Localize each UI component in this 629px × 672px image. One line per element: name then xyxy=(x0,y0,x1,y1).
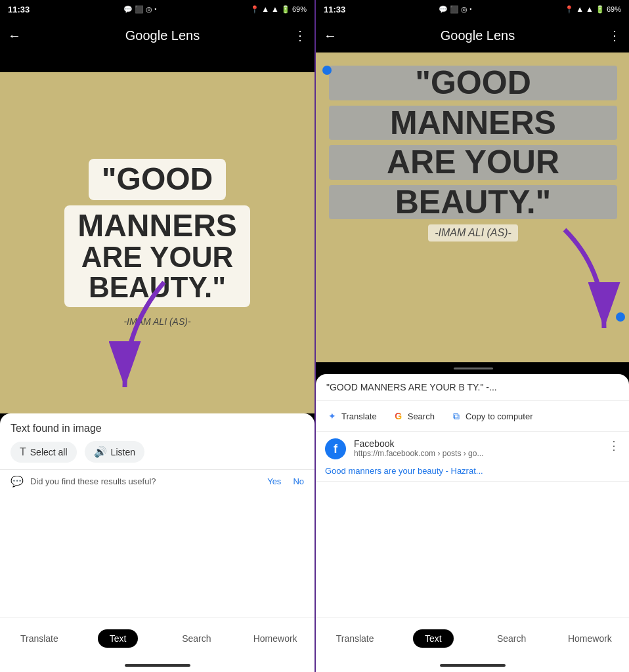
right-bottom-nav: Translate Text Search Homework xyxy=(316,617,629,659)
feedback-icon: 💬 xyxy=(11,475,24,488)
left-top-spacer xyxy=(0,52,314,72)
right-right-status: 📍 ▲ ▲ 🔋 69% xyxy=(565,5,621,14)
translate-button[interactable]: ✦ Translate xyxy=(320,406,383,426)
right-panel: 11:33 💬 ⬛ ◎ • 📍 ▲ ▲ 🔋 69% ← Google Lens … xyxy=(314,0,629,672)
right-actions-row: ✦ Translate G Search ⧉ Copy to computer xyxy=(316,401,629,432)
right-nav-search[interactable]: Search xyxy=(473,618,551,659)
facebook-url: https://m.facebook.com › posts › go... xyxy=(354,449,600,458)
left-quote-lines234: MANNERS ARE YOUR BEAUTY." xyxy=(64,205,250,307)
left-status-time: 11:33 xyxy=(8,5,30,14)
translate-icon: ✦ xyxy=(326,410,338,422)
search-button[interactable]: G Search xyxy=(386,406,441,426)
facebook-info: Facebook https://m.facebook.com › posts … xyxy=(354,438,600,458)
signal-icon: ▲ xyxy=(271,5,279,14)
result-preview[interactable]: Good manners are your beauty - Hazrat... xyxy=(316,466,629,482)
battery-icon: 🔋 xyxy=(281,5,290,14)
select-all-button[interactable]: T Select all xyxy=(11,442,77,463)
dot-icon: • xyxy=(154,6,156,12)
copy-icon: ⧉ xyxy=(450,410,462,422)
translate-label: Translate xyxy=(341,411,377,421)
left-nav-text[interactable]: Text xyxy=(79,618,158,659)
left-right-status: 📍 ▲ ▲ 🔋 69% xyxy=(250,5,307,14)
right-nav-translate-label: Translate xyxy=(336,633,374,644)
left-nav-translate[interactable]: Translate xyxy=(0,618,79,659)
left-nav-homework-label: Homework xyxy=(253,633,297,644)
right-line-block3: ARE YOUR xyxy=(329,145,617,180)
battery-pct: 69% xyxy=(292,5,307,13)
facebook-more-button[interactable]: ⋮ xyxy=(608,438,620,453)
select-all-label: Select all xyxy=(30,447,68,457)
location-icon: 📍 xyxy=(250,5,259,14)
right-bottom-panel: "GOOD MANNERS ARE YOUR B TY." -... ✦ Tra… xyxy=(316,374,629,617)
right-home-bar xyxy=(440,664,506,667)
facebook-result: f Facebook https://m.facebook.com › post… xyxy=(316,432,629,466)
selection-handle-end[interactable] xyxy=(616,312,625,322)
lens-text: Lens xyxy=(167,28,200,43)
right-screenshot-icon: ⬛ xyxy=(450,5,459,14)
left-status-bar: 11:33 💬 ⬛ ◎ • 📍 ▲ ▲ 🔋 69% xyxy=(0,0,314,18)
right-signal-icon: ▲ xyxy=(586,5,594,14)
listen-icon: 🔊 xyxy=(94,446,107,458)
listen-label: Listen xyxy=(111,447,135,457)
right-status-bar: 11:33 💬 ⬛ ◎ • 📍 ▲ ▲ 🔋 69% xyxy=(316,0,629,18)
listen-button[interactable]: 🔊 Listen xyxy=(85,441,144,463)
copy-label: Copy to computer xyxy=(466,411,533,421)
right-wifi-icon: ▲ xyxy=(576,5,584,14)
right-dot-icon: • xyxy=(469,6,471,12)
left-nav-text-label: Text xyxy=(98,629,139,648)
left-app-title: Google Lens xyxy=(32,28,293,43)
left-home-bar xyxy=(125,664,190,667)
left-bottom-nav: Translate Text Search Homework xyxy=(0,617,314,659)
right-nav-homework[interactable]: Homework xyxy=(551,618,629,659)
google-g-icon: G xyxy=(393,410,404,422)
text-icon: T xyxy=(20,446,26,458)
feedback-yes-button[interactable]: Yes xyxy=(267,476,281,486)
right-nav-translate[interactable]: Translate xyxy=(316,618,394,659)
selection-handle-start[interactable] xyxy=(322,66,332,75)
feedback-no-button[interactable]: No xyxy=(293,476,304,486)
right-message-icon: 💬 xyxy=(439,5,448,14)
left-status-icons: 💬 ⬛ ◎ • xyxy=(123,5,156,14)
left-bottom-panel: Text found in image T Select all 🔊 Liste… xyxy=(0,413,314,617)
extracted-text: "GOOD MANNERS ARE YOUR B TY." -... xyxy=(316,374,629,401)
left-nav-homework[interactable]: Homework xyxy=(236,618,314,659)
left-quote-line1: "GOOD xyxy=(89,159,226,200)
right-quote-content: "GOOD MANNERS ARE YOUR BEAUTY." -IMAM AL… xyxy=(316,59,629,248)
right-status-time: 11:33 xyxy=(324,5,345,14)
feedback-question: Did you find these results useful? xyxy=(30,476,255,486)
vpn-icon: ◎ xyxy=(146,5,152,14)
right-home-indicator xyxy=(316,659,629,672)
left-nav-search[interactable]: Search xyxy=(158,618,236,659)
right-battery-icon: 🔋 xyxy=(596,5,605,14)
google-text: Google xyxy=(125,28,168,43)
right-nav-text[interactable]: Text xyxy=(394,618,472,659)
copy-to-computer-button[interactable]: ⧉ Copy to computer xyxy=(444,406,540,426)
search-label: Search xyxy=(408,411,435,421)
right-nav-search-label: Search xyxy=(497,633,526,644)
right-nav-indicator xyxy=(454,368,493,369)
left-attribution: -IMAM ALI (AS)- xyxy=(123,316,190,327)
right-nav-homework-label: Homework xyxy=(568,633,612,644)
facebook-icon: f xyxy=(325,438,346,459)
right-back-button[interactable]: ← xyxy=(324,28,337,43)
right-vpn-icon: ◎ xyxy=(461,5,467,14)
message-icon: 💬 xyxy=(123,5,133,14)
right-more-button[interactable]: ⋮ xyxy=(608,28,621,43)
right-quote-image: "GOOD MANNERS ARE YOUR BEAUTY." -IMAM AL… xyxy=(316,52,629,374)
right-line-block2: MANNERS xyxy=(329,106,617,140)
right-status-icons: 💬 ⬛ ◎ • xyxy=(439,5,471,14)
right-top-bar: ← Google Lens ⋮ xyxy=(316,18,629,52)
left-more-button[interactable]: ⋮ xyxy=(293,28,307,43)
right-phone-bottom-bar xyxy=(316,362,629,374)
text-found-label: Text found in image xyxy=(0,413,314,438)
right-app-title: Google Lens xyxy=(347,28,608,43)
left-top-bar: ← Google Lens ⋮ xyxy=(0,18,314,52)
left-panel: 11:33 💬 ⬛ ◎ • 📍 ▲ ▲ 🔋 69% ← Google Lens … xyxy=(0,0,314,672)
left-nav-search-label: Search xyxy=(182,633,211,644)
right-line-block4: BEAUTY." xyxy=(329,185,617,220)
facebook-title: Facebook xyxy=(354,438,600,449)
feedback-row: 💬 Did you find these results useful? Yes… xyxy=(0,469,314,493)
right-location-icon: 📍 xyxy=(565,5,574,14)
left-back-button[interactable]: ← xyxy=(8,28,21,43)
screenshot-icon: ⬛ xyxy=(135,5,144,14)
